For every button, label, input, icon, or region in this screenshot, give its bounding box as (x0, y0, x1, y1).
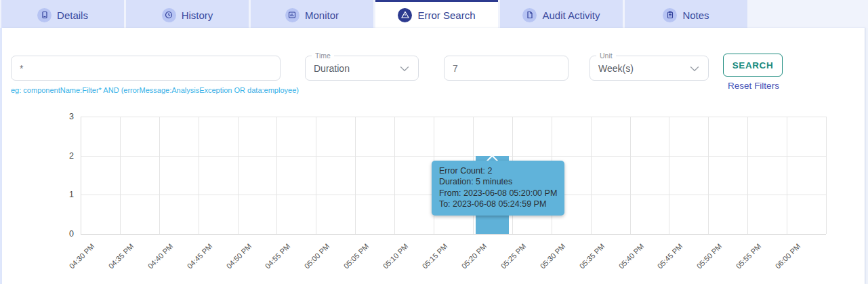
gridline (238, 117, 239, 234)
gridline (630, 117, 631, 234)
tooltip-line: Duration: 5 minutes (439, 176, 557, 188)
x-tick-label: 05:25 PM (483, 242, 527, 284)
gridline (199, 117, 199, 234)
chevron-down-icon (688, 62, 701, 75)
monitor-icon (285, 8, 299, 22)
unit-select-value: Week(s) (598, 63, 634, 74)
x-tick-label: 05:10 PM (366, 242, 410, 284)
x-tick-label: 05:30 PM (522, 242, 566, 284)
tab-audit-activity[interactable]: Audit Activity (500, 0, 623, 28)
y-axis-line (81, 117, 81, 234)
gridline (355, 117, 356, 234)
gridline (591, 117, 592, 234)
audit-file-icon (522, 8, 537, 22)
x-tick-label: 05:45 PM (640, 242, 684, 284)
x-tick-label: 05:55 PM (719, 242, 763, 284)
gridline (120, 117, 121, 234)
x-tick-label: 05:20 PM (444, 242, 488, 284)
tooltip-line: From: 2023-06-08 05:20:00 PM (439, 188, 557, 199)
tab-label: Error Search (417, 9, 475, 21)
x-tick-label: 04:50 PM (209, 242, 253, 284)
gridline (826, 117, 827, 234)
error-triangle-icon (398, 8, 412, 22)
gridline (81, 117, 826, 117)
x-tick-label: 05:40 PM (601, 242, 645, 284)
gridline (787, 117, 787, 234)
x-tick-label: 05:35 PM (562, 242, 606, 284)
tab-notes[interactable]: Notes (625, 0, 747, 28)
y-tick-label: 2 (56, 151, 74, 161)
chart-tooltip: Error Count: 2Duration: 5 minutesFrom: 2… (432, 161, 564, 216)
duration-input[interactable] (444, 56, 569, 81)
history-icon (162, 8, 176, 22)
query-input[interactable] (11, 56, 281, 81)
tab-history[interactable]: History (126, 0, 249, 28)
notes-icon (663, 8, 677, 22)
chevron-down-icon (398, 62, 411, 75)
time-select-label: Time (312, 52, 334, 60)
tab-label: Audit Activity (542, 9, 600, 21)
x-tick-label: 04:55 PM (248, 242, 292, 284)
tab-monitor[interactable]: Monitor (251, 0, 373, 28)
x-tick-label: 04:30 PM (51, 242, 96, 284)
x-tick-label: 05:15 PM (405, 242, 449, 284)
x-tick-label: 06:00 PM (758, 242, 802, 284)
tab-label: History (182, 9, 213, 21)
gridline (159, 117, 160, 234)
gridline (669, 117, 669, 234)
gridline (276, 117, 277, 234)
x-tick-label: 05:00 PM (287, 242, 331, 284)
document-icon (37, 8, 51, 22)
query-hint: eg: componentName:Filter* AND (errorMess… (11, 86, 299, 94)
tooltip-line: To: 2023-06-08 05:24:59 PM (439, 199, 557, 210)
y-tick-label: 3 (56, 112, 74, 121)
time-select-value: Duration (314, 63, 350, 74)
tab-error-search[interactable]: Error Search (375, 0, 498, 28)
y-tick-label: 0 (56, 229, 74, 239)
tab-label: Notes (682, 9, 709, 21)
error-search-panel: eg: componentName:Filter* AND (errorMess… (2, 28, 865, 284)
x-tick-label: 04:35 PM (91, 242, 135, 284)
search-button[interactable]: SEARCH (723, 54, 783, 77)
time-select[interactable]: Time Duration (305, 56, 419, 81)
gridline (316, 117, 316, 234)
gridline (81, 156, 826, 157)
x-tick-label: 04:40 PM (130, 242, 174, 284)
x-tick-label: 05:05 PM (327, 242, 371, 284)
y-tick-label: 1 (56, 190, 74, 199)
tab-label: Monitor (305, 9, 339, 21)
tab-label: Details (57, 9, 88, 21)
unit-select-label: Unit (596, 52, 616, 60)
x-tick-label: 04:45 PM (169, 242, 213, 284)
tooltip-line: Error Count: 2 (439, 165, 557, 177)
x-tick-label: 05:50 PM (680, 242, 724, 284)
gridline (708, 117, 709, 234)
tab-details[interactable]: Details (1, 0, 124, 28)
gridline (747, 117, 748, 234)
unit-select[interactable]: Unit Week(s) (590, 56, 709, 81)
reset-filters-link[interactable]: Reset Filters (721, 81, 786, 91)
tab-bar: Details History Monitor Error Search Aud… (0, 0, 868, 28)
x-axis-line (81, 234, 826, 235)
gridline (394, 117, 395, 234)
